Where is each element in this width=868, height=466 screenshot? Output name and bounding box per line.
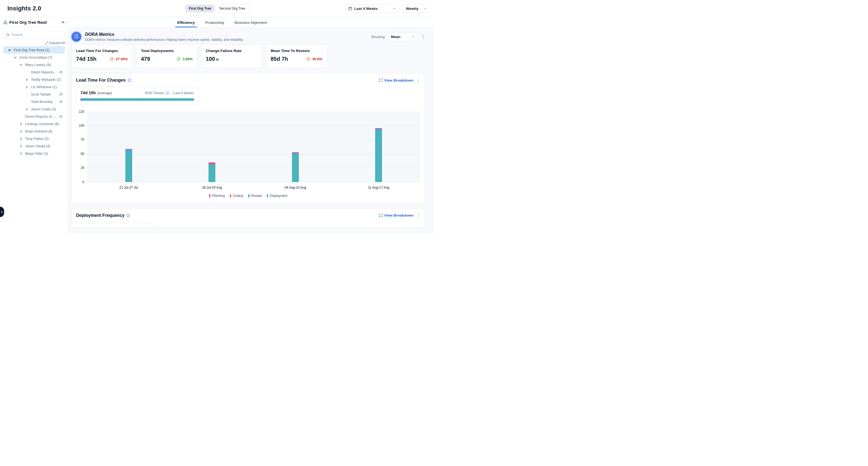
- aggregation-select[interactable]: Mean: [388, 32, 417, 41]
- tree-item-label: Direct Reports of A...: [25, 114, 58, 119]
- info-icon[interactable]: [165, 91, 169, 95]
- tree-item-liz-whittome[interactable]: Liz Whittome (1): [3, 83, 65, 91]
- phase-distribution-bar: [81, 98, 194, 101]
- dora-kebab-menu[interactable]: [421, 34, 425, 40]
- tree-item-tony-pallas[interactable]: Tony Pallas (5): [3, 135, 65, 142]
- legend-item-coding[interactable]: Coding: [230, 194, 243, 198]
- chevron-spacer: [25, 70, 29, 74]
- expand-corners-icon: [379, 79, 382, 82]
- search-input[interactable]: [11, 33, 62, 37]
- tree-item-direct-reports[interactable]: Direct Reports ...: [3, 68, 65, 76]
- separator: |: [171, 91, 172, 95]
- chevron-right-icon[interactable]: [19, 122, 23, 126]
- content-area: DORA Metrics DORA metrics measure softwa…: [68, 28, 434, 233]
- period-label: Last 4 Weeks: [173, 91, 194, 95]
- tree-item-scott-tarkett[interactable]: Scott Tarkett: [3, 91, 65, 98]
- info-icon[interactable]: [126, 213, 130, 217]
- sidebar-header[interactable]: First Org Tree Root: [0, 17, 68, 27]
- chevron-right-icon[interactable]: [19, 152, 23, 155]
- calendar-icon: [348, 6, 352, 10]
- metric-title: Mean Time To Restore: [271, 49, 322, 53]
- filter-sliders-icon[interactable]: [59, 115, 63, 118]
- tree-item-teddy-wylupski[interactable]: Teddy Wylupski (2): [3, 76, 65, 83]
- metric-cards-row: Lead Time For Changes74d 15h↗27.56%Total…: [71, 45, 425, 68]
- tree-item-label: Lindsay Liszewski (8): [25, 122, 63, 126]
- metric-title: Total Deployments: [141, 49, 193, 53]
- trend-badge: ↗27.56%: [109, 56, 128, 62]
- date-range-select[interactable]: Last 4 Weeks: [345, 4, 399, 13]
- tree-item-jason-stead[interactable]: Jason Stead (4): [3, 142, 65, 150]
- granularity-select[interactable]: Weekly: [403, 4, 430, 13]
- metric-card-mean-time-to-restore: Mean Time To Restore85d 7h↗40.8%: [266, 45, 327, 68]
- sidebar-title: First Org Tree Root: [9, 20, 59, 25]
- view-breakdown-label: View Breakdown: [384, 213, 413, 217]
- view-breakdown-button[interactable]: View Breakdown: [379, 213, 413, 217]
- tree-item-jason-coats[interactable]: Jason Coats (3): [3, 106, 65, 113]
- tree-item-label: Jason Coats (3): [31, 107, 63, 111]
- chevron-down-icon: [424, 7, 427, 10]
- info-icon[interactable]: [127, 78, 131, 82]
- chevron-down-icon[interactable]: [19, 63, 23, 67]
- deployment-summary-card-partial: [76, 223, 153, 227]
- chevron-right-icon[interactable]: [25, 107, 29, 111]
- legend-swatch: [209, 194, 211, 197]
- chevron-up-icon[interactable]: [61, 21, 65, 24]
- org-toggle-option-second-org-tree[interactable]: Second Org Tree: [216, 5, 248, 12]
- chevron-down-icon[interactable]: [13, 56, 17, 59]
- filter-sliders-icon[interactable]: [59, 92, 63, 96]
- tree-item-lindsay-liszewski[interactable]: Lindsay Liszewski (8): [3, 120, 65, 127]
- tree-item-label: Liz Whittome (1): [31, 85, 63, 89]
- filter-sliders-icon[interactable]: [59, 100, 63, 104]
- y-tick-label: 0: [82, 180, 84, 184]
- deployment-frequency-card: Deployment Frequency View Breakdown: [71, 208, 425, 228]
- chevron-right-icon[interactable]: [25, 85, 29, 89]
- chevron-down-icon[interactable]: [8, 48, 11, 52]
- view-breakdown-button[interactable]: View Breakdown: [379, 78, 413, 82]
- chevron-right-icon[interactable]: [19, 144, 23, 148]
- deployment-frequency-title: Deployment Frequency: [76, 213, 125, 218]
- legend-item-planning[interactable]: Planning: [209, 194, 225, 198]
- tree-item-mary-lowery[interactable]: Mary Lowery (6): [3, 61, 65, 68]
- org-tree-icon: [3, 20, 7, 24]
- chevron-right-icon[interactable]: [25, 78, 29, 82]
- tree-item-maya-yette[interactable]: Maya Yette (3): [3, 150, 65, 157]
- lead-time-kebab-menu[interactable]: [416, 77, 420, 84]
- tree-item-label: Brian Kirkland (6): [25, 129, 63, 133]
- tree-item-direct-reports-of-a[interactable]: Direct Reports of A...: [3, 113, 65, 120]
- org-toggle-option-first-org-tree[interactable]: First Org Tree: [186, 5, 215, 12]
- deployment-kebab-menu[interactable]: [416, 212, 420, 219]
- date-range-value: Last 4 Weeks: [354, 6, 391, 11]
- legend-swatch: [230, 194, 231, 197]
- y-tick-label: 50: [81, 152, 84, 156]
- tab-business-alignment[interactable]: Business Alignment: [234, 18, 268, 27]
- bar-segment-deployment: [292, 154, 299, 182]
- x-tick-label: 21 Jul-27 Jul: [87, 186, 170, 190]
- tree-item-label: Maya Yette (3): [25, 151, 63, 155]
- tree-item-first-org-tree-root[interactable]: First Org Tree Root (1): [3, 46, 65, 54]
- expand-all-label: Expand All: [49, 41, 65, 45]
- aggregation-value: Mean: [391, 35, 409, 39]
- metric-value: 85d 7h: [271, 56, 288, 62]
- tree-item-brian-kirkland[interactable]: Brian Kirkland (6): [3, 127, 65, 135]
- tab-productivity[interactable]: Productivity: [205, 18, 225, 27]
- metric-unit: %: [216, 58, 219, 62]
- tab-efficiency[interactable]: Efficiency: [177, 18, 195, 27]
- chevron-right-icon[interactable]: [19, 137, 23, 141]
- legend-item-review[interactable]: Review: [248, 194, 262, 198]
- chevron-down-icon: [393, 7, 396, 10]
- tree-item-anna-scozzafava[interactable]: Anna Scozzafava (7): [3, 54, 65, 61]
- tree-item-label: Teddy Wylupski (2): [31, 78, 63, 82]
- tree-item-todd-bromley[interactable]: Todd Bromley: [3, 98, 65, 106]
- showing-label: Showing: [371, 35, 385, 39]
- trend-percent: 40.8%: [312, 57, 322, 61]
- legend-swatch: [267, 194, 268, 197]
- chevron-right-icon[interactable]: [19, 129, 23, 133]
- tree-item-label: Todd Bromley: [31, 100, 58, 104]
- bar-segment-deployment: [375, 130, 382, 182]
- expand-all-button[interactable]: Expand All: [45, 41, 65, 45]
- plot-area: [87, 112, 420, 182]
- trend-up-arrow-icon: ↗: [109, 56, 114, 62]
- legend-item-deployment[interactable]: Deployment: [267, 194, 287, 198]
- metric-value: 100: [206, 56, 215, 62]
- filter-sliders-icon[interactable]: [59, 70, 63, 74]
